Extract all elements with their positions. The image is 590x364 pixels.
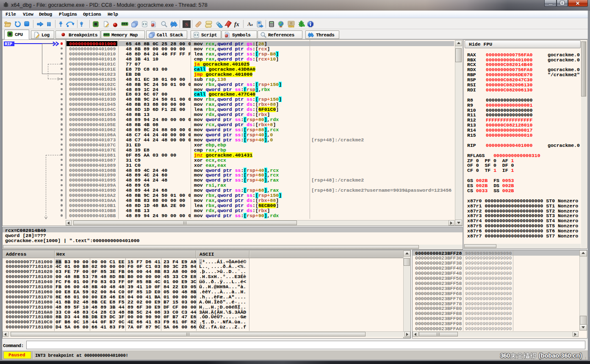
svg-text:z: z xyxy=(251,22,253,27)
svg-text:fx: fx xyxy=(234,21,239,28)
svg-text:S: S xyxy=(185,21,188,28)
svg-text:A: A xyxy=(247,21,251,27)
